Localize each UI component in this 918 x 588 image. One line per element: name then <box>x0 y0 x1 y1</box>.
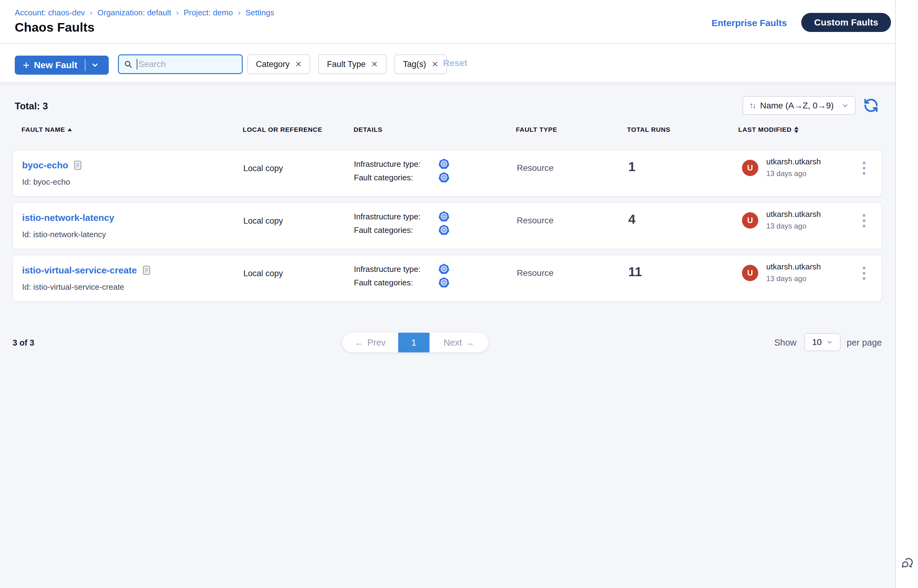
close-icon[interactable]: ✕ <box>432 60 438 68</box>
modified-by: utkarsh.utkarsh <box>766 210 821 219</box>
table-header-row: FAULT NAME LOCAL OR REFERENCE DETAILS FA… <box>0 126 895 138</box>
filter-chip-fault-type[interactable]: Fault Type ✕ <box>318 54 386 74</box>
breadcrumb-separator: › <box>176 8 179 18</box>
row-menu-button[interactable] <box>855 264 873 282</box>
sort-dropdown-value: Name (A→Z, 0→9) <box>760 101 834 111</box>
sort-dropdown[interactable]: ↑↓ Name (A→Z, 0→9) <box>743 96 856 115</box>
next-label: Next <box>444 338 462 348</box>
filter-chip-label: Fault Type <box>327 60 365 69</box>
table-row[interactable]: istio-virtual-service-create Id: istio-v… <box>12 255 882 302</box>
next-page-button[interactable]: Next → <box>430 333 488 352</box>
column-header-label: TOTAL RUNS <box>627 126 671 133</box>
text-cursor <box>137 59 137 69</box>
local-or-reference-value: Local copy <box>243 216 283 226</box>
manifest-icon <box>74 160 82 170</box>
column-header-fault-name[interactable]: FAULT NAME <box>21 126 72 133</box>
column-header-label: FAULT TYPE <box>516 126 557 133</box>
total-count: Total: 3 <box>15 101 48 112</box>
breadcrumb: Account: chaos-dev › Organization: defau… <box>15 8 274 18</box>
column-header-fault-type: FAULT TYPE <box>516 126 557 133</box>
reset-filters-button[interactable]: Reset <box>443 58 467 68</box>
enterprise-faults-link[interactable]: Enterprise Faults <box>711 18 787 28</box>
modified-by: utkarsh.utkarsh <box>766 262 821 271</box>
infrastructure-type-label: Infrastructure type: <box>354 160 438 169</box>
page-header: Account: chaos-dev › Organization: defau… <box>0 0 895 44</box>
arrow-left-icon: ← <box>355 338 364 348</box>
pagination-summary: 3 of 3 <box>13 338 34 348</box>
sort-arrows-icon: ↑↓ <box>749 101 755 110</box>
fault-name-link[interactable]: istio-network-latency <box>22 213 114 223</box>
column-header-details: DETAILS <box>354 126 383 133</box>
search-box[interactable] <box>118 54 243 74</box>
chat-help-button[interactable] <box>900 556 914 570</box>
content-area: Total: 3 ↑↓ Name (A→Z, 0→9) FAULT NAME L… <box>0 83 895 588</box>
breadcrumb-separator: › <box>90 8 92 18</box>
fault-type-value: Resource <box>517 216 554 226</box>
sort-both-icon <box>794 126 798 133</box>
kubernetes-icon <box>438 224 450 236</box>
total-runs-value: 4 <box>628 212 635 227</box>
chevron-down-icon <box>826 339 833 346</box>
column-header-label: FAULT NAME <box>21 126 65 133</box>
filter-chip-category[interactable]: Category ✕ <box>247 54 310 74</box>
table-row[interactable]: byoc-echo Id: byoc-echo Local copy Infra… <box>12 150 882 197</box>
kubernetes-icon <box>438 158 450 170</box>
local-or-reference-value: Local copy <box>243 269 283 278</box>
breadcrumb-account[interactable]: Account: chaos-dev <box>15 8 85 18</box>
custom-faults-button[interactable]: Custom Faults <box>801 13 891 32</box>
new-fault-button[interactable]: + New Fault <box>15 56 109 75</box>
local-or-reference-value: Local copy <box>243 164 283 173</box>
breadcrumb-settings[interactable]: Settings <box>246 8 274 18</box>
button-divider <box>85 59 86 71</box>
column-header-label: LAST MODIFIED <box>738 126 792 133</box>
avatar: U <box>742 160 758 176</box>
show-label: Show <box>774 338 797 348</box>
close-icon[interactable]: ✕ <box>371 60 378 68</box>
fault-id: Id: istio-network-latency <box>22 230 106 239</box>
fault-id: Id: byoc-echo <box>22 177 70 187</box>
filter-chip-tags[interactable]: Tag(s) ✕ <box>394 54 447 74</box>
fault-name-link[interactable]: byoc-echo <box>22 160 68 171</box>
chevron-down-icon[interactable] <box>91 61 99 69</box>
column-header-total-runs: TOTAL RUNS <box>627 126 671 133</box>
column-header-label: DETAILS <box>354 126 383 133</box>
row-menu-button[interactable] <box>855 212 873 230</box>
column-header-last-modified[interactable]: LAST MODIFIED <box>738 126 798 133</box>
breadcrumb-project[interactable]: Project: demo <box>184 8 233 18</box>
new-fault-label: New Fault <box>34 60 78 70</box>
breadcrumb-organization[interactable]: Organization: default <box>97 8 171 18</box>
chat-bubbles-icon <box>900 556 914 570</box>
prev-page-button[interactable]: ← Prev <box>342 333 398 352</box>
chevron-down-icon <box>842 102 849 109</box>
fault-name-link[interactable]: istio-virtual-service-create <box>22 265 137 276</box>
filter-chip-label: Category <box>256 60 290 69</box>
infrastructure-type-label: Infrastructure type: <box>354 265 438 274</box>
fault-id: Id: istio-virtual-service-create <box>22 282 124 292</box>
prev-label: Prev <box>367 338 386 348</box>
fault-categories-label: Fault categories: <box>354 226 438 235</box>
avatar: U <box>742 265 758 281</box>
table-row[interactable]: istio-network-latency Id: istio-network-… <box>12 202 882 249</box>
kubernetes-icon <box>438 211 450 223</box>
column-header-local-or-reference: LOCAL OR REFERENCE <box>243 126 322 133</box>
refresh-button[interactable] <box>863 98 879 113</box>
chaos-faults-page: Account: chaos-dev › Organization: defau… <box>0 0 918 588</box>
kubernetes-icon <box>438 277 450 289</box>
total-runs-value: 1 <box>628 160 635 174</box>
pager: ← Prev 1 Next → <box>342 333 488 352</box>
kubernetes-icon <box>438 263 450 275</box>
per-page-label: per page <box>847 338 882 348</box>
page-title: Chaos Faults <box>15 20 95 35</box>
fault-categories-label: Fault categories: <box>354 278 438 288</box>
search-input[interactable] <box>139 59 237 69</box>
filter-chips: Category ✕ Fault Type ✕ Tag(s) ✕ <box>247 54 447 74</box>
kubernetes-icon <box>438 172 450 183</box>
close-icon[interactable]: ✕ <box>295 60 302 68</box>
current-page-button[interactable]: 1 <box>398 333 430 352</box>
row-menu-button[interactable] <box>855 159 873 177</box>
page-size-select[interactable]: 10 <box>804 333 840 351</box>
modified-at: 13 days ago <box>766 169 806 178</box>
right-rail <box>895 0 918 588</box>
fault-categories-label: Fault categories: <box>354 173 438 183</box>
column-header-label: LOCAL OR REFERENCE <box>243 126 322 133</box>
